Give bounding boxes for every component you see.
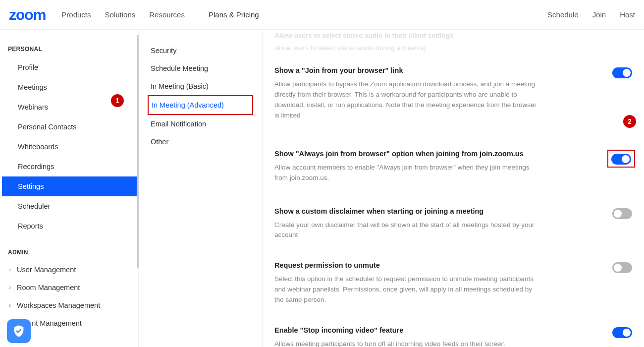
nav-resources[interactable]: Resources — [149, 10, 185, 19]
chevron-right-icon: › — [9, 302, 14, 309]
setting-desc: Allow account members to enable "Always … — [274, 163, 542, 183]
subnav-schedule-meeting[interactable]: Schedule Meeting — [148, 59, 253, 77]
nav-host[interactable]: Host — [620, 10, 635, 19]
setting-always-join-browser: Show "Always join from browser" option w… — [274, 130, 632, 192]
subnav-other[interactable]: Other — [148, 133, 253, 151]
zoom-logo: zoom — [9, 6, 46, 23]
sidebar-item-settings[interactable]: Settings — [2, 176, 138, 196]
toggle-request-unmute[interactable] — [612, 262, 632, 273]
nav-products[interactable]: Products — [61, 10, 91, 19]
toggle-custom-disclaimer[interactable] — [612, 208, 632, 219]
sidebar-item-workspaces-management[interactable]: › Workspaces Management — [0, 296, 138, 314]
nav-links: Products Solutions Resources — [61, 10, 185, 19]
annotation-1: 1 — [111, 94, 124, 107]
settings-content: Allow users to select stereo audio in th… — [263, 30, 644, 347]
setting-title: Enable "Stop incoming video" feature — [274, 326, 505, 334]
ghost-prev-setting-desc: Allow users to select stereo audio durin… — [274, 42, 632, 55]
sidebar-item-label: User Management — [17, 266, 76, 274]
chevron-right-icon: › — [9, 266, 14, 273]
sidebar-item-user-management[interactable]: › User Management — [0, 261, 138, 279]
setting-stop-incoming-video: Enable "Stop incoming video" feature All… — [274, 314, 632, 347]
setting-desc: Create your own disclaimer that will be … — [274, 220, 542, 241]
nav-plans-pricing[interactable]: Plans & Pricing — [209, 10, 259, 19]
sidebar-item-reports[interactable]: Reports — [2, 216, 138, 236]
subnav-in-meeting-basic[interactable]: In Meeting (Basic) — [148, 77, 253, 95]
annotation-box-2 — [607, 150, 635, 168]
subnav-email-notification[interactable]: Email Notification — [148, 115, 253, 133]
toggle-always-join-browser[interactable] — [611, 154, 631, 165]
subnav-in-meeting-advanced[interactable]: In Meeting (Advanced) — [148, 95, 253, 115]
sidebar-item-recordings[interactable]: Recordings — [2, 157, 138, 176]
chevron-right-icon: › — [9, 284, 14, 291]
shield-check-icon — [12, 324, 26, 338]
annotation-2: 2 — [623, 115, 636, 128]
setting-title: Show a custom disclaimer when starting o… — [274, 207, 542, 215]
settings-subnav: Security Schedule Meeting In Meeting (Ba… — [139, 30, 263, 347]
setting-desc: Select this option in the scheduler to r… — [274, 274, 542, 305]
sidebar-item-scheduler[interactable]: Scheduler — [2, 196, 138, 216]
sidebar-section-admin: ADMIN — [0, 243, 138, 261]
ghost-prev-setting-title: Allow users to select stereo audio in th… — [274, 30, 632, 42]
sidebar: PERSONAL Profile Meetings Webinars Perso… — [0, 30, 139, 347]
top-nav: zoom Products Solutions Resources Plans … — [0, 0, 644, 30]
nav-schedule[interactable]: Schedule — [547, 10, 579, 19]
setting-custom-disclaimer: Show a custom disclaimer when starting o… — [274, 192, 632, 250]
toggle-join-from-browser[interactable] — [612, 67, 632, 78]
sidebar-item-room-management[interactable]: › Room Management — [0, 279, 138, 296]
setting-join-from-browser: Show a "Join from your browser" link All… — [274, 55, 632, 130]
nav-solutions[interactable]: Solutions — [105, 10, 136, 19]
setting-desc: Allows meeting participants to turn off … — [274, 339, 505, 347]
page-body: PERSONAL Profile Meetings Webinars Perso… — [0, 30, 644, 347]
setting-title: Show "Always join from browser" option w… — [274, 150, 542, 158]
sidebar-item-whiteboards[interactable]: Whiteboards — [2, 137, 138, 157]
sidebar-item-label: ount Management — [24, 319, 82, 327]
toggle-stop-incoming-video[interactable] — [612, 327, 632, 338]
setting-request-unmute: Request permission to unmute Select this… — [274, 249, 632, 314]
setting-desc: Allow participants to bypass the Zoom ap… — [274, 79, 542, 121]
sidebar-section-personal: PERSONAL — [0, 40, 138, 58]
sidebar-item-profile[interactable]: Profile — [2, 58, 138, 77]
subnav-security[interactable]: Security — [148, 42, 253, 59]
nav-right: Schedule Join Host — [547, 10, 635, 19]
setting-title: Request permission to unmute — [274, 261, 542, 269]
sidebar-item-personal-contacts[interactable]: Personal Contacts — [2, 117, 138, 137]
nav-join[interactable]: Join — [592, 10, 606, 19]
setting-title: Show a "Join from your browser" link — [274, 66, 542, 74]
shield-badge[interactable] — [7, 319, 31, 343]
sidebar-item-label: Room Management — [17, 284, 80, 291]
sidebar-item-label: Workspaces Management — [17, 301, 100, 309]
